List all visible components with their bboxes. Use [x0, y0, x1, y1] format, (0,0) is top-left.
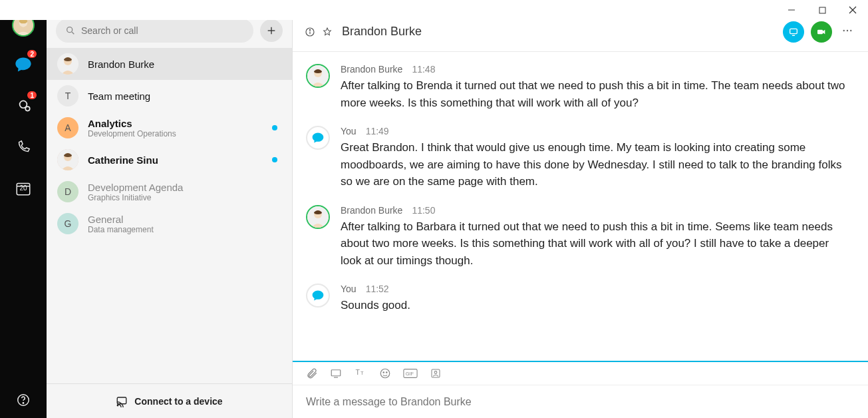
compose-input[interactable] [306, 396, 855, 408]
space-avatar-letter: A [57, 117, 78, 138]
unread-dot-icon [272, 125, 277, 130]
self-chat-icon [306, 284, 330, 308]
svg-point-12 [67, 27, 72, 33]
person-avatar-icon [306, 205, 330, 229]
message: Brandon Burke11:48After talking to Brend… [306, 64, 845, 111]
svg-rect-27 [817, 29, 823, 34]
search-icon [65, 25, 76, 36]
person-avatar-icon [57, 149, 78, 170]
svg-point-7 [25, 106, 30, 111]
svg-point-28 [843, 29, 845, 31]
message-time: 11:49 [366, 126, 389, 136]
space-subtitle: Development Operations [88, 129, 176, 138]
rail-calendar[interactable]: 20 [10, 175, 37, 202]
person-avatar-icon [57, 53, 78, 75]
rail-help[interactable] [0, 393, 47, 407]
window-maximize[interactable] [807, 0, 837, 20]
message-text: After talking to Brenda it turned out th… [341, 77, 845, 111]
info-icon[interactable] [305, 27, 315, 37]
new-space-button[interactable] [260, 19, 283, 42]
svg-text:T: T [361, 370, 364, 376]
space-subtitle: Data management [88, 225, 154, 234]
svg-point-40 [383, 372, 384, 373]
rail-calls[interactable] [10, 134, 37, 160]
space-name: Development Agenda [88, 182, 183, 193]
more-options-button[interactable] [839, 25, 856, 39]
compose-toolbar: TT GIF [293, 361, 868, 385]
screenshot-icon[interactable] [330, 367, 342, 379]
rail-teams[interactable]: 1 [10, 93, 37, 119]
connect-device-button[interactable]: Connect to a device [47, 383, 292, 418]
message-text: Sounds good. [341, 297, 845, 314]
message: Brandon Burke11:50After talking to Barba… [306, 205, 845, 270]
search-input[interactable] [81, 25, 244, 36]
self-chat-icon [306, 126, 330, 150]
space-item[interactable]: Brandon Burke [47, 48, 292, 80]
svg-point-30 [850, 29, 851, 31]
svg-text:T: T [356, 368, 361, 376]
emoji-icon[interactable] [379, 367, 391, 379]
message-time: 11:52 [366, 284, 389, 294]
space-name: Catherine Sinu [88, 154, 158, 166]
svg-point-39 [380, 369, 390, 378]
cast-icon [116, 395, 128, 407]
svg-point-21 [118, 405, 119, 406]
video-call-button[interactable] [811, 21, 832, 43]
conversation-title: Brandon Burke [342, 25, 422, 39]
message-sender: Brandon Burke [341, 64, 402, 75]
space-avatar-letter: D [57, 181, 78, 202]
svg-point-41 [386, 372, 388, 373]
svg-rect-20 [118, 397, 127, 404]
connect-device-label: Connect to a device [134, 396, 222, 407]
unread-dot-icon [272, 157, 277, 162]
message-time: 11:50 [412, 205, 435, 216]
rail-calendar-day: 20 [19, 184, 27, 192]
space-subtitle: Graphics Initiative [88, 193, 183, 202]
spaces-list: Brandon BurkeTTeam meetingAAnalyticsDeve… [47, 48, 292, 383]
svg-rect-1 [819, 7, 825, 13]
space-avatar-letter: G [57, 213, 78, 234]
space-name: General [88, 214, 154, 225]
svg-point-45 [434, 371, 437, 374]
svg-rect-25 [790, 29, 797, 33]
svg-text:GIF: GIF [406, 371, 414, 377]
message-text: Great Brandon. I think that would give u… [341, 139, 845, 190]
svg-point-11 [23, 403, 23, 403]
message: You11:52Sounds good. [306, 284, 845, 314]
conversation-column: Brandon Burke Brandon Burke11:48After ta… [293, 0, 868, 418]
window-frame [0, 0, 868, 20]
space-item[interactable]: DDevelopment AgendaGraphics Initiative [47, 176, 292, 208]
window-minimize[interactable] [776, 0, 807, 20]
screen-share-button[interactable] [783, 21, 804, 43]
space-item[interactable]: AAnalyticsDevelopment Operations [47, 112, 292, 144]
svg-point-29 [847, 29, 848, 31]
message-sender: Brandon Burke [341, 205, 402, 216]
nav-rail: Webex Teams 2 1 20 [0, 0, 47, 418]
space-item[interactable]: TTeam meeting [47, 80, 292, 112]
svg-line-13 [72, 32, 74, 34]
favorite-icon[interactable] [322, 27, 333, 37]
format-icon[interactable]: TT [354, 367, 367, 379]
space-name: Brandon Burke [88, 59, 154, 70]
message-time: 11:48 [412, 64, 435, 75]
spaces-column: Brandon BurkeTTeam meetingAAnalyticsDeve… [47, 0, 293, 418]
message-sender: You [341, 284, 357, 294]
space-avatar-letter: T [57, 85, 78, 106]
mention-icon[interactable] [430, 367, 442, 379]
person-avatar-icon [306, 64, 330, 88]
message-text: After talking to Barbara it turned out t… [341, 218, 845, 270]
space-name: Analytics [88, 118, 176, 129]
search-box[interactable] [56, 19, 253, 43]
svg-rect-35 [331, 370, 341, 376]
rail-chat-badge: 2 [26, 49, 38, 59]
gif-icon[interactable]: GIF [403, 368, 418, 379]
attach-icon[interactable] [306, 367, 318, 379]
message-list: Brandon Burke11:48After talking to Brend… [293, 52, 868, 361]
space-item[interactable]: Catherine Sinu [47, 144, 292, 176]
window-close[interactable] [837, 0, 868, 20]
rail-chat[interactable]: 2 [10, 51, 37, 78]
space-item[interactable]: GGeneralData management [47, 208, 292, 240]
svg-point-24 [309, 29, 310, 30]
message-sender: You [341, 126, 357, 136]
space-name: Team meeting [88, 91, 150, 102]
